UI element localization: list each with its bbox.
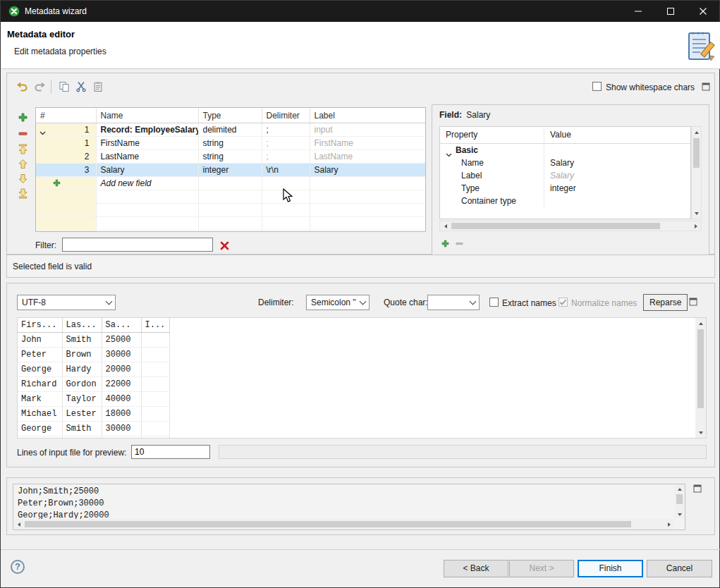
page-title: Metadata editor <box>7 29 75 39</box>
page-subtitle: Edit metadata properties <box>14 47 106 56</box>
copy-icon[interactable] <box>56 79 72 94</box>
raw-hscrollbar[interactable] <box>13 519 674 529</box>
properties-vscrollbar[interactable] <box>691 126 702 219</box>
add-field-icon[interactable] <box>17 111 28 123</box>
preview-cell: Peter <box>18 348 62 362</box>
preview-row[interactable]: GeorgeSmith30000 <box>18 422 695 436</box>
cancel-button[interactable]: Cancel <box>647 560 712 577</box>
field-row-selected[interactable]: 3 Salary integer \r\n Salary <box>36 164 425 177</box>
raw-preview-section: John;Smith;25000Peter;Brown;30000George;… <box>6 477 715 535</box>
scroll-down-icon[interactable] <box>696 428 705 437</box>
preview-cell <box>169 422 695 436</box>
preview-lines-input[interactable] <box>131 445 210 459</box>
maximize-panel-icon[interactable] <box>690 481 705 496</box>
preview-vscrollbar[interactable] <box>695 318 706 438</box>
clear-filter-icon[interactable] <box>219 240 230 251</box>
field-label: FirstName <box>310 137 425 150</box>
scroll-down-icon[interactable] <box>692 209 701 218</box>
cut-icon[interactable] <box>73 79 89 94</box>
preview-row[interactable]: PeterBrown30000 <box>18 348 695 362</box>
record-row[interactable]: 1 Record: EmployeeSalary delimited ; inp… <box>36 123 425 137</box>
preview-cell <box>102 436 141 439</box>
paste-icon <box>90 79 106 94</box>
add-field-row[interactable]: Add new field <box>36 177 425 190</box>
preview-row[interactable] <box>18 436 695 439</box>
fields-header-row: # Name Type Delimiter Label <box>36 108 425 123</box>
preview-lines-label: Lines of input file for preview: <box>17 448 126 458</box>
property-row[interactable]: Container type <box>440 195 690 207</box>
remove-field-icon[interactable] <box>17 128 28 139</box>
wizard-banner-icon <box>686 27 717 65</box>
maximize-panel-icon[interactable] <box>698 79 714 94</box>
reparse-button[interactable]: Reparse <box>643 294 688 311</box>
filter-input[interactable] <box>62 238 213 252</box>
maximize-button[interactable] <box>654 1 687 22</box>
scroll-up-icon[interactable] <box>675 485 684 494</box>
preview-cell <box>169 348 695 362</box>
move-down-icon[interactable] <box>17 173 28 184</box>
scroll-right-icon[interactable] <box>691 221 700 231</box>
preview-row[interactable]: RichardGordon22000 <box>18 377 695 392</box>
property-table: Property Value Basic Name Salary Label <box>439 126 691 219</box>
property-group-row[interactable]: Basic <box>440 144 690 157</box>
scroll-up-icon[interactable] <box>696 319 705 328</box>
charset-select[interactable]: UTF-8 <box>17 295 116 310</box>
raw-vscrollbar[interactable] <box>674 484 685 519</box>
preview-row[interactable]: MarkTaylor40000 <box>18 392 695 407</box>
field-row[interactable]: 1 FirstName string ; FirstName <box>36 137 425 150</box>
normalize-names-checkbox <box>559 298 568 307</box>
property-row[interactable]: Name Salary <box>440 157 690 169</box>
maximize-panel-icon[interactable] <box>685 294 701 310</box>
scroll-left-icon[interactable] <box>441 221 450 231</box>
minimize-button[interactable] <box>622 1 654 22</box>
scroll-down-icon[interactable] <box>675 510 684 519</box>
quote-char-select[interactable] <box>427 295 480 310</box>
empty-row <box>36 190 425 204</box>
move-top-icon[interactable] <box>17 143 28 154</box>
scroll-right-icon[interactable] <box>664 520 673 529</box>
collapse-chevron-icon[interactable] <box>39 128 46 137</box>
show-whitespace-checkbox[interactable] <box>592 82 602 91</box>
scroll-left-icon[interactable] <box>14 520 23 529</box>
preview-row[interactable]: GeorgeHardy20000 <box>18 362 695 377</box>
preview-cell: 40000 <box>102 392 141 407</box>
titlebar[interactable]: Metadata wizard <box>1 1 719 22</box>
extract-names-checkbox[interactable] <box>489 298 499 307</box>
property-row[interactable]: Type integer <box>440 182 690 195</box>
add-row-plus-icon[interactable] <box>53 179 61 189</box>
scroll-thumb[interactable] <box>451 223 660 229</box>
field-properties-panel: Field: Salary Property Value Basic Name <box>432 104 709 255</box>
preview-cell: 30000 <box>102 422 141 436</box>
add-property-icon[interactable] <box>439 238 451 249</box>
preview-cell: Brown <box>62 348 102 362</box>
back-button[interactable]: < Back <box>444 560 508 577</box>
finish-button[interactable]: Finish <box>578 560 643 577</box>
scroll-thumb[interactable] <box>693 138 700 168</box>
preview-row[interactable]: JohnSmith25000 <box>18 333 695 348</box>
property-row[interactable]: Label Salary <box>440 169 690 182</box>
preview-row[interactable]: MichaelLester18000 <box>18 407 695 422</box>
scroll-thumb[interactable] <box>697 329 704 408</box>
normalize-names-label: Normalize names <box>571 298 637 308</box>
help-button[interactable]: ? <box>11 560 25 574</box>
raw-preview-box[interactable]: John;Smith;25000Peter;Brown;30000George;… <box>13 484 685 530</box>
properties-hscrollbar[interactable] <box>439 221 702 231</box>
preview-cell <box>169 362 695 377</box>
delimiter-value: Semicolon ";" <box>311 295 356 310</box>
delimiter-select[interactable]: Semicolon ";" <box>306 295 370 310</box>
scroll-up-icon[interactable] <box>692 128 701 137</box>
field-row[interactable]: 2 LastName string ; LastName <box>36 150 425 164</box>
scroll-thumb[interactable] <box>676 494 683 504</box>
scroll-thumb[interactable] <box>25 521 631 527</box>
close-button[interactable] <box>687 1 719 22</box>
move-bottom-icon[interactable] <box>17 188 28 199</box>
undo-icon[interactable] <box>14 79 30 94</box>
preview-cell: 20000 <box>102 362 141 377</box>
record-label: input <box>310 123 425 137</box>
group-chevron-icon[interactable] <box>446 148 452 157</box>
status-message: Selected field is valid <box>13 262 92 271</box>
preview-cell: Smith <box>62 422 102 436</box>
move-up-icon[interactable] <box>17 158 28 169</box>
empty-row <box>36 204 425 217</box>
validation-status-bar: Selected field is valid <box>6 255 715 278</box>
